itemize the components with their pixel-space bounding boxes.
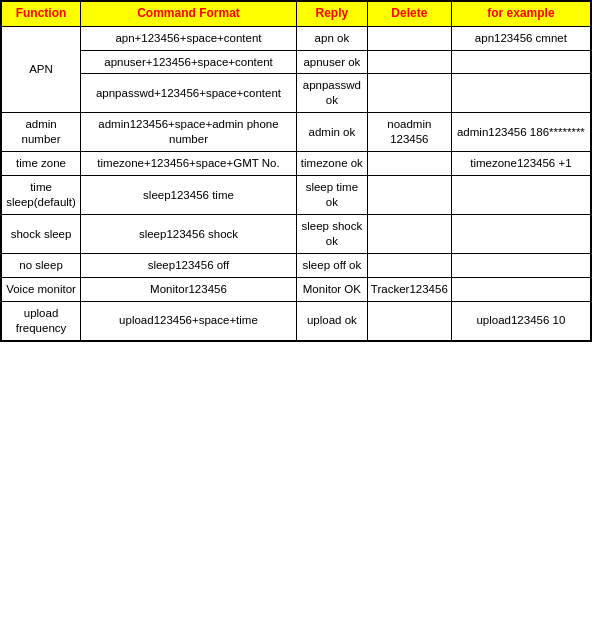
table-row: shock sleepsleep123456 shocksleep shock … bbox=[1, 215, 591, 254]
function-cell: APN bbox=[1, 26, 81, 113]
function-cell: Voice monitor bbox=[1, 277, 81, 301]
reply-cell: sleep off ok bbox=[296, 253, 367, 277]
table-row: admin numberadmin123456+space+admin phon… bbox=[1, 113, 591, 152]
table-row: upload frequencyupload123456+space+timeu… bbox=[1, 301, 591, 340]
delete-cell bbox=[367, 26, 451, 50]
header-example: for example bbox=[451, 1, 591, 26]
command-cell: admin123456+space+admin phone number bbox=[81, 113, 297, 152]
example-cell bbox=[451, 215, 591, 254]
example-cell: apn123456 cmnet bbox=[451, 26, 591, 50]
table-row: time sleep(default)sleep123456 timesleep… bbox=[1, 176, 591, 215]
header-function: Function bbox=[1, 1, 81, 26]
reply-cell: Monitor OK bbox=[296, 277, 367, 301]
delete-cell bbox=[367, 176, 451, 215]
command-cell: apnpasswd+123456+space+content bbox=[81, 74, 297, 113]
delete-cell bbox=[367, 50, 451, 74]
reply-cell: apnpasswd ok bbox=[296, 74, 367, 113]
command-cell: upload123456+space+time bbox=[81, 301, 297, 340]
delete-cell bbox=[367, 301, 451, 340]
command-cell: apn+123456+space+content bbox=[81, 26, 297, 50]
reply-cell: sleep shock ok bbox=[296, 215, 367, 254]
example-cell: upload123456 10 bbox=[451, 301, 591, 340]
example-cell: timezone123456 +1 bbox=[451, 152, 591, 176]
command-cell: sleep123456 time bbox=[81, 176, 297, 215]
table-row: Voice monitorMonitor123456Monitor OKTrac… bbox=[1, 277, 591, 301]
table-row: no sleepsleep123456 offsleep off ok bbox=[1, 253, 591, 277]
command-cell: Monitor123456 bbox=[81, 277, 297, 301]
example-cell: admin123456 186******** bbox=[451, 113, 591, 152]
table-row: apnpasswd+123456+space+contentapnpasswd … bbox=[1, 74, 591, 113]
example-cell bbox=[451, 50, 591, 74]
delete-cell: Tracker123456 bbox=[367, 277, 451, 301]
function-cell: time zone bbox=[1, 152, 81, 176]
reply-cell: apnuser ok bbox=[296, 50, 367, 74]
reply-cell: upload ok bbox=[296, 301, 367, 340]
function-cell: upload frequency bbox=[1, 301, 81, 340]
table-row: apnuser+123456+space+contentapnuser ok bbox=[1, 50, 591, 74]
example-cell bbox=[451, 277, 591, 301]
function-cell: no sleep bbox=[1, 253, 81, 277]
table-row: APNapn+123456+space+contentapn okapn1234… bbox=[1, 26, 591, 50]
example-cell bbox=[451, 176, 591, 215]
header-delete: Delete bbox=[367, 1, 451, 26]
command-cell: sleep123456 shock bbox=[81, 215, 297, 254]
reply-cell: timezone ok bbox=[296, 152, 367, 176]
function-cell: admin number bbox=[1, 113, 81, 152]
table-row: time zonetimezone+123456+space+GMT No.ti… bbox=[1, 152, 591, 176]
command-cell: apnuser+123456+space+content bbox=[81, 50, 297, 74]
header-reply: Reply bbox=[296, 1, 367, 26]
delete-cell bbox=[367, 215, 451, 254]
delete-cell: noadmin 123456 bbox=[367, 113, 451, 152]
delete-cell bbox=[367, 152, 451, 176]
reply-cell: admin ok bbox=[296, 113, 367, 152]
delete-cell bbox=[367, 74, 451, 113]
function-cell: time sleep(default) bbox=[1, 176, 81, 215]
example-cell bbox=[451, 74, 591, 113]
reply-cell: apn ok bbox=[296, 26, 367, 50]
function-cell: shock sleep bbox=[1, 215, 81, 254]
header-command: Command Format bbox=[81, 1, 297, 26]
reply-cell: sleep time ok bbox=[296, 176, 367, 215]
command-cell: timezone+123456+space+GMT No. bbox=[81, 152, 297, 176]
example-cell bbox=[451, 253, 591, 277]
delete-cell bbox=[367, 253, 451, 277]
command-cell: sleep123456 off bbox=[81, 253, 297, 277]
